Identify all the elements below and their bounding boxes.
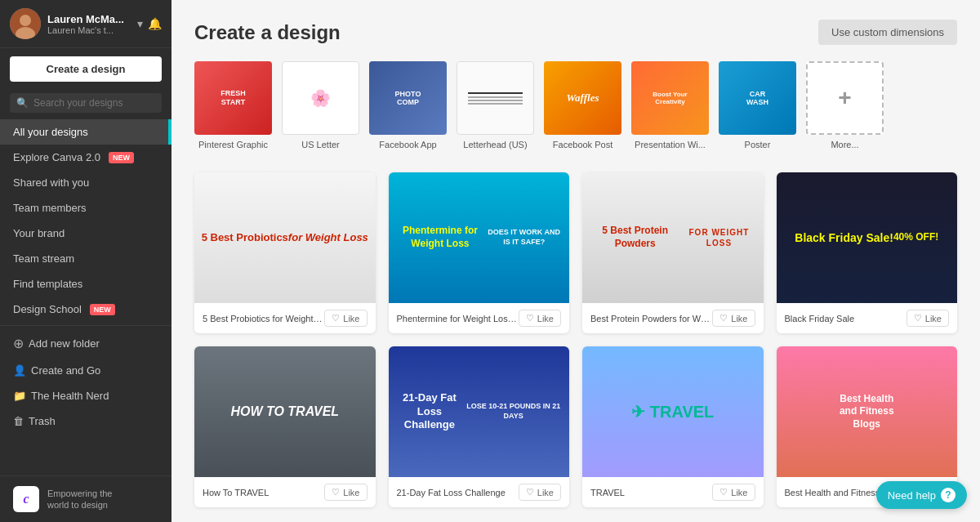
heart-icon: ♡: [332, 313, 340, 323]
folder-icon: 📁: [13, 390, 26, 402]
design-title: 5 Best Probiotics for Weight LossA...: [203, 314, 324, 323]
like-button[interactable]: ♡ Like: [712, 310, 755, 327]
sidebar-item-label: Explore Canva 2.0: [13, 151, 100, 163]
template-pinterest[interactable]: FRESHSTART Pinterest Graphic: [194, 61, 272, 149]
like-label: Like: [731, 314, 747, 323]
design-footer: How To TRAVEL ♡ Like: [194, 477, 376, 507]
sidebar-item-label: Create and Go: [31, 364, 100, 377]
like-button[interactable]: ♡ Like: [712, 484, 755, 501]
sidebar-item-team-members[interactable]: Team members: [0, 195, 172, 221]
design-footer: 5 Best Probiotics for Weight LossA... ♡ …: [194, 303, 376, 333]
chevron-down-icon[interactable]: ▾: [137, 17, 143, 30]
custom-dimensions-button[interactable]: Use custom dimensions: [818, 20, 957, 45]
like-label: Like: [925, 314, 942, 323]
sidebar-item-trash[interactable]: 🗑 Trash: [0, 408, 172, 434]
sidebar-item-all-designs[interactable]: All your designs: [0, 119, 172, 145]
heart-icon: ♡: [526, 487, 534, 497]
canva-logo: c: [13, 486, 39, 512]
help-icon: ?: [941, 488, 956, 502]
like-label: Like: [731, 488, 747, 497]
design-footer: Phentermine for Weight Loss:Doe... ♡ Lik…: [389, 303, 570, 333]
new-badge: NEW: [90, 304, 115, 315]
template-label: Presentation Wi...: [635, 140, 706, 149]
sidebar-item-team-stream[interactable]: Team stream: [0, 246, 172, 271]
sidebar-item-health-nerd[interactable]: 📁 The Health Nerd: [0, 383, 172, 408]
design-card-protein[interactable]: 5 Best Protein PowdersFOR WEIGHT LOSS Be…: [582, 172, 764, 333]
heart-icon: ♡: [526, 313, 534, 323]
sidebar-item-your-brand[interactable]: Your brand: [0, 221, 172, 246]
sidebar-item-label: Team stream: [13, 252, 74, 265]
user-icon: 👤: [13, 364, 26, 377]
heart-icon: ♡: [332, 487, 340, 497]
user-name: Lauren McMa...: [47, 13, 137, 25]
sidebar-item-label: Add new folder: [29, 337, 100, 350]
like-label: Like: [537, 488, 554, 497]
sidebar-header: Lauren McMa... Lauren Mac's t... ▾ 🔔: [0, 0, 172, 48]
template-label: Poster: [745, 140, 771, 149]
design-footer: 21-Day Fat Loss Challenge ♡ Like: [389, 477, 570, 507]
like-button[interactable]: ♡ Like: [324, 310, 367, 327]
user-info: Lauren McMa... Lauren Mac's t...: [47, 13, 137, 35]
design-card-probiotic[interactable]: 5 Best Probioticsfor Weight Loss 5 Best …: [194, 172, 376, 333]
template-label: Facebook Post: [553, 140, 612, 149]
design-card-phentermine[interactable]: Phentermine for Weight LossDOES IT WORK …: [389, 172, 570, 333]
search-icon: 🔍: [16, 97, 29, 109]
design-footer: Black Friday Sale ♡ Like: [777, 303, 958, 333]
sidebar: Lauren McMa... Lauren Mac's t... ▾ 🔔 Cre…: [0, 0, 172, 522]
add-icon: ⊕: [13, 336, 24, 351]
sidebar-footer: c Empowering theworld to design: [0, 475, 172, 522]
like-button[interactable]: ♡ Like: [324, 484, 367, 501]
design-footer: Best Protein Powders for Weight L... ♡ L…: [582, 303, 764, 333]
help-button[interactable]: Need help ?: [876, 481, 967, 509]
user-sub: Lauren Mac's t...: [47, 25, 137, 35]
like-label: Like: [343, 488, 359, 497]
template-letterhead[interactable]: Letterhead (US): [457, 61, 534, 149]
bell-icon[interactable]: 🔔: [148, 17, 162, 30]
design-title: 21-Day Fat Loss Challenge: [397, 488, 519, 497]
active-chevron-icon: [168, 119, 172, 145]
like-button[interactable]: ♡ Like: [519, 310, 561, 327]
like-button[interactable]: ♡ Like: [906, 310, 949, 327]
design-card-travel[interactable]: HOW TO TRAVEL How To TRAVEL ♡ Like: [194, 346, 376, 507]
trash-icon: 🗑: [13, 415, 24, 427]
design-card-fatloss[interactable]: 21-Day Fat LossChallengeLOSE 10-21 POUND…: [389, 346, 570, 507]
sidebar-item-label: Design School: [13, 303, 82, 315]
sidebar-item-label: Trash: [29, 415, 56, 427]
template-facebook-post[interactable]: Waffles Facebook Post: [544, 61, 621, 149]
sidebar-item-shared[interactable]: Shared with you: [0, 170, 172, 195]
design-card-travel2[interactable]: ✈ TRAVEL TRAVEL ♡ Like: [582, 346, 764, 507]
heart-icon: ♡: [719, 313, 728, 323]
avatar: [10, 8, 41, 39]
main-header: Create a design Use custom dimensions: [194, 20, 957, 45]
sidebar-item-add-folder[interactable]: ⊕ Add new folder: [0, 329, 172, 358]
heart-icon: ♡: [914, 313, 922, 323]
template-usletter[interactable]: 🌸 US Letter: [282, 61, 359, 149]
design-title: TRAVEL: [590, 488, 712, 497]
template-poster[interactable]: CARWASH Poster: [719, 61, 796, 149]
like-button[interactable]: ♡ Like: [519, 484, 561, 501]
nav-divider: [0, 325, 172, 326]
like-label: Like: [343, 314, 359, 323]
design-grid: 5 Best Probioticsfor Weight Loss 5 Best …: [194, 172, 957, 507]
sidebar-item-design-school[interactable]: Design School NEW: [0, 297, 172, 322]
template-presentation[interactable]: Boost YourCreativity Presentation Wi...: [631, 61, 709, 149]
template-facebook-app[interactable]: PHOTOCOMP Facebook App: [369, 61, 447, 149]
page-title: Create a design: [194, 21, 341, 44]
footer-tagline: Empowering theworld to design: [47, 488, 113, 511]
search-input[interactable]: [33, 97, 155, 109]
design-title: How To TRAVEL: [203, 488, 324, 497]
sidebar-item-label: Team members: [13, 202, 87, 214]
design-card-blackfriday[interactable]: Black Friday Sale!40% OFF! Black Friday …: [777, 172, 958, 333]
like-label: Like: [537, 314, 554, 323]
sidebar-item-label: Find templates: [13, 278, 82, 290]
main-content: Create a design Use custom dimensions FR…: [172, 0, 980, 522]
template-more[interactable]: + More...: [806, 61, 884, 149]
design-title: Black Friday Sale: [785, 314, 906, 323]
sidebar-item-explore[interactable]: Explore Canva 2.0 NEW: [0, 145, 172, 170]
template-label: Pinterest Graphic: [198, 140, 268, 149]
sidebar-item-create-and-go[interactable]: 👤 Create and Go: [0, 358, 172, 383]
sidebar-item-find-templates[interactable]: Find templates: [0, 271, 172, 297]
create-design-button[interactable]: Create a design: [10, 56, 162, 82]
heart-icon: ♡: [719, 487, 728, 497]
sidebar-item-label: Shared with you: [13, 176, 89, 189]
